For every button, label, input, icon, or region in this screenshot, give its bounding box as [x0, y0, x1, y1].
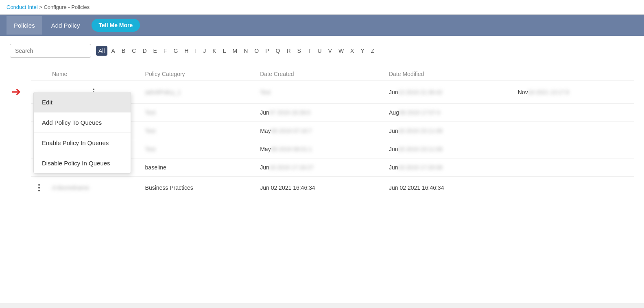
alpha-btn-u[interactable]: U [315, 46, 324, 56]
alpha-btn-p[interactable]: P [263, 46, 271, 56]
context-menu-item[interactable]: Disable Policy In Queues [34, 153, 131, 173]
alpha-btn-v[interactable]: V [326, 46, 334, 56]
row-date-modified: Jun 18 2019 23:11:08 [384, 122, 513, 140]
alpha-btn-m[interactable]: M [230, 46, 240, 56]
row-arrow-icon: ➔ [11, 86, 21, 98]
row-category: Test [255, 81, 384, 104]
row-category: baseline [140, 158, 255, 177]
alpha-filter: AllABCDEFGHIJKLMNOPQRSTUVWXYZ [96, 46, 377, 56]
alpha-btn-c[interactable]: C [129, 46, 138, 56]
context-menu-item[interactable]: Edit [34, 92, 131, 113]
row-category: Test [140, 122, 255, 140]
alpha-btn-b[interactable]: B [119, 46, 128, 56]
alpha-btn-l[interactable]: L [220, 46, 229, 56]
three-dots-menu-icon[interactable] [36, 182, 42, 193]
search-input[interactable] [10, 44, 91, 58]
tab-add-policy[interactable]: Add Policy [44, 16, 87, 35]
alpha-btn-o[interactable]: O [252, 46, 261, 56]
row-date-created: May 08 2019 07:16:7 [255, 122, 384, 140]
row-date-modified: Aug 08 2019 17:07:4 [384, 104, 513, 122]
tell-me-more-button[interactable]: Tell Me More [92, 19, 140, 32]
alpha-btn-j[interactable]: J [201, 46, 208, 56]
col-date-created: Date Created [255, 67, 384, 81]
row-date-modified: Jun 19 2019 17:20:08 [384, 158, 513, 177]
alpha-btn-all[interactable]: All [96, 46, 107, 56]
alpha-btn-r[interactable]: R [284, 46, 293, 56]
alpha-btn-h[interactable]: H [182, 46, 191, 56]
row-date-modified: Jun 18 2019 23:11:08 [384, 140, 513, 158]
col-actions [31, 67, 47, 81]
table-container: Name Policy Category Date Created Date M… [10, 67, 634, 199]
row-actions-cell [31, 177, 47, 199]
breadcrumb-separator: > [39, 4, 44, 10]
tab-policies[interactable]: Policies [7, 16, 42, 35]
alpha-btn-z[interactable]: Z [369, 46, 377, 56]
col-category: Policy Category [140, 67, 255, 81]
alpha-btn-i[interactable]: I [192, 46, 199, 56]
row-date-modified: Nov 18 2021 13:17:9 [513, 81, 634, 104]
alpha-btn-a[interactable]: A [109, 46, 118, 56]
alpha-btn-s[interactable]: S [295, 46, 303, 56]
col-date-modified: Date Modified [384, 67, 513, 81]
row-category: Test [140, 140, 255, 158]
alpha-btn-n[interactable]: N [241, 46, 250, 56]
alpha-btn-k[interactable]: K [210, 46, 218, 56]
row-date-created: Jun 02 2021 16:46:34 [255, 177, 384, 199]
alpha-btn-g[interactable]: G [171, 46, 180, 56]
row-category: Business Practices [140, 177, 255, 199]
context-menu-item[interactable]: Add Policy To Queues [34, 113, 131, 133]
alpha-btn-f[interactable]: F [161, 46, 170, 56]
alpha-btn-w[interactable]: W [336, 46, 346, 56]
alpha-btn-t[interactable]: T [305, 46, 314, 56]
breadcrumb: Conduct Intel > Configure - Policies [0, 0, 644, 15]
breadcrumb-current: Configure - Policies [44, 4, 90, 10]
row-name: adm0Policy_1 [140, 81, 255, 104]
context-menu: EditAdd Policy To QueuesEnable Policy In… [33, 92, 131, 174]
row-category: Test [140, 104, 255, 122]
breadcrumb-link[interactable]: Conduct Intel [7, 4, 38, 10]
row-date-created: May 08 2019 06:01:1 [255, 140, 384, 158]
filter-row: AllABCDEFGHIJKLMNOPQRSTUVWXYZ [10, 44, 634, 58]
main-content: AllABCDEFGHIJKLMNOPQRSTUVWXYZ Name Polic… [0, 36, 644, 303]
row-date-modified: Jun 02 2021 16:46:34 [384, 177, 513, 199]
alpha-btn-y[interactable]: Y [358, 46, 367, 56]
context-menu-item[interactable]: Enable Policy In Queues [34, 133, 131, 153]
row-date-created: Jun 19 2019 17:18:27 [255, 158, 384, 177]
alpha-btn-x[interactable]: X [348, 46, 356, 56]
top-nav: Policies Add Policy Tell Me More [0, 15, 644, 36]
table-row: A blurrednameBusiness PracticesJun 02 20… [31, 177, 634, 199]
row-date-created: Jun 07 2019 16:39:0 [255, 104, 384, 122]
alpha-btn-d[interactable]: D [140, 46, 149, 56]
col-name: Name [47, 67, 140, 81]
row-name: A blurredname [47, 177, 140, 199]
alpha-btn-q[interactable]: Q [273, 46, 282, 56]
alpha-btn-e[interactable]: E [151, 46, 159, 56]
row-date-created: Jun 13 2019 21:36:42 [384, 81, 513, 104]
table-header: Name Policy Category Date Created Date M… [31, 67, 634, 81]
